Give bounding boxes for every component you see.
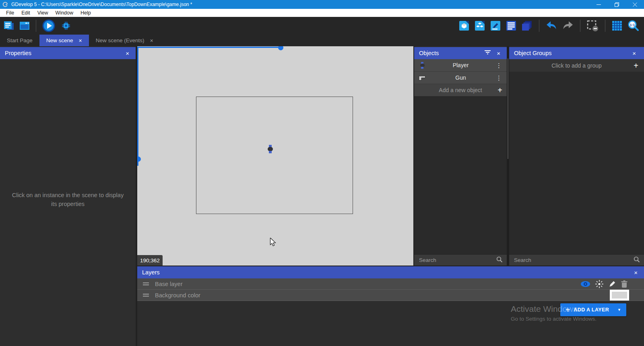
grid-button[interactable] — [612, 21, 622, 31]
window-title: GDevelop 5 - C:\Users\Sparkle\OneDrive\D… — [11, 2, 192, 7]
objects-header: Objects × — [414, 47, 507, 59]
object-name: Gun — [429, 74, 493, 81]
layers-stack-icon — [522, 21, 533, 31]
objects-search-row — [414, 254, 507, 266]
object-groups-button[interactable] — [475, 21, 485, 31]
properties-header: Properties × — [0, 47, 136, 59]
tab-label: Start Page — [7, 37, 33, 43]
cursor-coordinates-badge: 190;362 — [137, 255, 163, 266]
layer-row-background-color[interactable]: Background color — [137, 290, 644, 301]
plus-icon: + — [566, 306, 570, 314]
plus-icon: + — [634, 62, 638, 70]
tab-start-page[interactable]: Start Page — [0, 35, 39, 46]
object-row-gun[interactable]: Gun ⋮ — [414, 72, 507, 84]
drag-handle-icon[interactable] — [143, 281, 149, 287]
layers-panel: Layers × Base layer — [137, 266, 644, 346]
project-manager-button[interactable] — [3, 21, 14, 31]
object-cube-icon — [459, 21, 469, 31]
properties-empty-message: Click on an instance in the scene to dis… — [0, 191, 136, 209]
objects-search-input[interactable] — [418, 257, 494, 264]
selection-minus-icon — [587, 20, 599, 32]
bug-chip-icon — [60, 20, 72, 32]
close-icon[interactable]: × — [123, 47, 132, 59]
chevron-down-icon[interactable]: ▼ — [617, 308, 621, 312]
gun-thumbnail-icon — [418, 75, 426, 80]
drag-handle-icon[interactable] — [143, 292, 149, 298]
menu-view[interactable]: View — [34, 10, 52, 16]
menu-file[interactable]: File — [2, 10, 18, 16]
zoom-1-1-icon: 1:1 — [627, 20, 639, 31]
tabbar: Start Page New scene × New scene (Events… — [0, 35, 644, 46]
tab-new-scene[interactable]: New scene × — [39, 35, 89, 46]
preview-button[interactable] — [42, 19, 56, 33]
window-controls — [590, 0, 644, 9]
menu-edit[interactable]: Edit — [18, 10, 34, 16]
layer-delete-trash-icon[interactable] — [621, 280, 628, 288]
window-border-left — [137, 47, 138, 166]
close-icon[interactable]: × — [79, 38, 82, 43]
object-row-player[interactable]: Player ⋮ — [414, 59, 507, 72]
restore-button[interactable] — [608, 0, 626, 9]
panel-title: Object Groups — [514, 50, 552, 56]
layers-button[interactable] — [522, 21, 533, 31]
restore-icon — [615, 2, 619, 7]
layer-name: Base layer — [155, 281, 183, 287]
close-icon[interactable]: × — [494, 47, 503, 59]
scene-canvas[interactable]: 190;362 — [137, 46, 413, 266]
plus-icon: + — [497, 86, 502, 94]
more-options-icon[interactable]: ⋮ — [495, 75, 503, 81]
search-icon — [634, 256, 640, 264]
object-groups-header: Object Groups × — [509, 47, 644, 59]
add-group-button[interactable]: Click to add a group + — [509, 59, 644, 72]
filter-icon[interactable] — [485, 50, 491, 56]
menu-help[interactable]: Help — [77, 10, 95, 16]
window-border-top — [137, 47, 283, 48]
menubar: File Edit View Window Help — [0, 9, 644, 17]
redo-button[interactable] — [562, 21, 574, 31]
close-button[interactable] — [626, 0, 644, 9]
objects-list-button[interactable] — [459, 21, 469, 31]
redo-arrow-icon — [562, 21, 574, 31]
groups-search-input[interactable] — [513, 257, 631, 264]
tab-new-scene-events[interactable]: New scene (Events) × — [89, 35, 160, 46]
instances-list-button[interactable] — [506, 21, 516, 31]
close-icon[interactable]: × — [150, 38, 153, 43]
layer-visibility-eye-icon[interactable] — [580, 281, 590, 287]
layer-row-base[interactable]: Base layer — [137, 278, 644, 290]
background-color-swatch[interactable] — [610, 290, 629, 301]
layer-list: Base layer — [137, 278, 644, 301]
player-thumbnail-icon — [418, 62, 426, 69]
close-icon[interactable]: × — [630, 47, 638, 59]
panel-title: Layers — [142, 269, 160, 276]
pencil-square-icon — [490, 21, 501, 31]
layers-footer: + ADD A LAYER ▼ — [137, 301, 644, 346]
scene-window-button[interactable] — [19, 21, 30, 31]
close-icon[interactable]: × — [632, 266, 640, 278]
add-object-label: Add a new object — [439, 87, 482, 93]
zoom-button[interactable]: 1:1 — [627, 20, 639, 31]
border-handle-left[interactable] — [137, 157, 141, 162]
more-options-icon[interactable]: ⋮ — [495, 62, 503, 68]
add-layer-button[interactable]: + ADD A LAYER ▼ — [560, 303, 626, 316]
undo-button[interactable] — [546, 21, 557, 31]
toolbar-separator — [580, 20, 580, 32]
objects-panel: Objects × Player ⋮ Gun ⋮ — [414, 47, 507, 266]
menu-window[interactable]: Window — [52, 10, 77, 16]
border-handle-top[interactable] — [278, 46, 283, 50]
toolbar: 1:1 — [0, 17, 644, 35]
undo-arrow-icon — [546, 21, 557, 31]
deselect-button[interactable] — [587, 20, 599, 32]
layer-effects-icon[interactable] — [595, 280, 604, 288]
add-object-button[interactable]: Add a new object + — [414, 84, 507, 96]
debug-button[interactable] — [60, 20, 72, 32]
layer-name: Background color — [155, 292, 200, 299]
player-instance[interactable] — [268, 145, 273, 153]
toolbar-separator — [605, 20, 605, 32]
minimize-button[interactable] — [590, 0, 608, 9]
layer-edit-pencil-icon[interactable] — [608, 280, 616, 288]
groups-search-row — [509, 254, 644, 266]
window-icon — [19, 21, 30, 31]
objects-empty-area — [414, 96, 507, 254]
properties-button[interactable] — [490, 21, 501, 31]
gdevelop-logo-icon — [2, 2, 8, 7]
